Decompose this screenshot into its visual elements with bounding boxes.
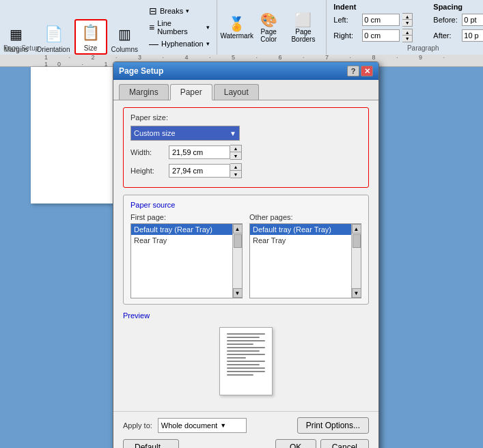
preview-line-3 xyxy=(227,340,265,341)
ribbon: ▦ Margins 📄 Orientation 📋 Size ▥ Columns… xyxy=(0,0,483,55)
preview-line-8 xyxy=(227,357,246,359)
page-borders-icon: ⬜ xyxy=(294,12,312,28)
tab-paper[interactable]: Paper xyxy=(170,84,212,100)
size-button[interactable]: 📋 Size xyxy=(74,19,107,55)
page-borders-label: Page Borders xyxy=(289,28,318,43)
scroll-up-first[interactable]: ▲ xyxy=(233,224,243,234)
columns-label: Columns xyxy=(111,46,138,53)
scroll-thumb-other[interactable] xyxy=(353,234,361,248)
hyphenation-button[interactable]: — Hyphenation ▾ xyxy=(148,38,211,50)
watermark-icon: 🏅 xyxy=(228,16,245,32)
scroll-down-first[interactable]: ▼ xyxy=(233,288,243,298)
spacing-section: Spacing Before: 0 pt ▲ ▼ After: 10 p xyxy=(433,3,483,44)
page-setup-dialog: Page Setup ? ✕ Margins Paper Layout Pape… xyxy=(113,61,379,448)
indent-label: Indent xyxy=(333,3,413,11)
line-numbers-icon: ≡ xyxy=(149,22,154,33)
ok-button[interactable]: OK xyxy=(275,439,316,448)
preview-line-1 xyxy=(227,333,265,335)
listbox-item-rear-tray-first[interactable]: Rear Tray xyxy=(131,235,242,246)
indent-left-label: Left: xyxy=(333,16,359,24)
apply-to-value: Whole document xyxy=(161,421,218,430)
width-input[interactable]: 21,59 cm xyxy=(169,145,230,159)
dialog-titlebar: Page Setup ? ✕ xyxy=(113,62,378,80)
background-document xyxy=(31,67,113,204)
apply-to-select[interactable]: Whole document ▼ xyxy=(158,418,247,433)
paper-size-value: Custom size xyxy=(134,129,176,137)
preview-line-5 xyxy=(227,347,265,348)
indent-spacing-panel: Indent Left: 0 cm ▲ ▼ Right: 0 cm xyxy=(327,0,483,55)
spacing-before-input[interactable]: 0 pt xyxy=(462,14,483,26)
width-spin-btns: ▲ ▼ xyxy=(230,145,242,160)
watermark-label: Watermark xyxy=(220,32,253,40)
indent-right-input[interactable]: 0 cm xyxy=(362,29,400,42)
height-down[interactable]: ▼ xyxy=(230,171,241,178)
breaks-label: Breaks xyxy=(160,7,183,15)
preview-section: Preview xyxy=(123,311,369,399)
width-down[interactable]: ▼ xyxy=(230,152,241,159)
height-value: 27,94 cm xyxy=(172,167,203,175)
bottom-buttons-row: Default... OK Cancel xyxy=(123,439,369,448)
indent-left-input[interactable]: 0 cm xyxy=(362,14,400,26)
preview-line-11 xyxy=(227,367,265,369)
help-button[interactable]: ? xyxy=(347,66,359,76)
indent-section: Indent Left: 0 cm ▲ ▼ Right: 0 cm xyxy=(333,3,413,44)
paper-source-section: Paper source First page: Default tray (R… xyxy=(123,195,369,305)
listbox-item-default-tray-first[interactable]: Default tray (Rear Tray) xyxy=(131,224,242,235)
first-page-scrollbar[interactable]: ▲ ▼ xyxy=(232,224,242,298)
paper-size-select[interactable]: Custom size ▼ xyxy=(130,126,240,141)
footer-row: Apply to: Whole document ▼ Print Options… xyxy=(123,417,369,434)
default-button[interactable]: Default... xyxy=(123,439,179,448)
scroll-up-other[interactable]: ▲ xyxy=(352,224,361,234)
first-page-label: First page: xyxy=(130,213,243,221)
page-setup-group: ▦ Margins 📄 Orientation 📋 Size ▥ Columns… xyxy=(0,0,142,55)
spacing-before-label: Before: xyxy=(433,16,459,24)
scroll-down-other[interactable]: ▼ xyxy=(352,288,361,298)
page-color-button[interactable]: 🎨 Page Color xyxy=(254,10,284,44)
other-pages-col: Other pages: Default tray (Rear Tray) Re… xyxy=(249,213,361,298)
page-borders-button[interactable]: ⬜ Page Borders xyxy=(286,10,321,44)
close-button[interactable]: ✕ xyxy=(361,66,373,76)
indent-left-up[interactable]: ▲ xyxy=(402,14,412,20)
paragraph-group-label: Paragraph xyxy=(333,44,483,52)
paper-size-section: Paper size: Custom size ▼ Width: 21,59 c… xyxy=(123,107,369,188)
spacing-label: Spacing xyxy=(433,3,483,11)
indent-right-up[interactable]: ▲ xyxy=(402,29,412,36)
hyphenation-icon: — xyxy=(149,38,158,49)
tab-margins[interactable]: Margins xyxy=(119,84,169,100)
preview-line-12 xyxy=(227,371,265,372)
dialog-footer: Apply to: Whole document ▼ Print Options… xyxy=(113,411,378,448)
dialog-controls: ? ✕ xyxy=(347,66,373,76)
other-pages-listbox[interactable]: Default tray (Rear Tray) Rear Tray ▲ ▼ xyxy=(249,223,361,298)
print-options-button[interactable]: Print Options... xyxy=(297,417,369,434)
spacing-after-label: After: xyxy=(433,31,459,40)
cancel-button[interactable]: Cancel xyxy=(320,439,369,448)
dialog-tabs: Margins Paper Layout xyxy=(113,80,378,100)
height-up[interactable]: ▲ xyxy=(230,164,241,171)
watermark-button[interactable]: 🏅 Watermark xyxy=(223,14,251,41)
breaks-button[interactable]: ⊟ Breaks ▾ xyxy=(148,5,211,17)
page-color-label: Page Color xyxy=(257,28,281,43)
other-pages-scrollbar[interactable]: ▲ ▼ xyxy=(351,224,361,298)
first-page-listbox[interactable]: Default tray (Rear Tray) Rear Tray ▲ ▼ xyxy=(130,223,243,298)
width-up[interactable]: ▲ xyxy=(230,145,241,152)
columns-icon: ▥ xyxy=(113,23,135,45)
indent-left-down[interactable]: ▼ xyxy=(402,20,412,26)
hyphenation-label: Hyphenation xyxy=(161,40,204,48)
indent-right-down[interactable]: ▼ xyxy=(402,36,412,42)
height-input[interactable]: 27,94 cm xyxy=(169,164,230,178)
preview-line-7 xyxy=(227,354,265,355)
paper-source-label: Paper source xyxy=(130,201,361,209)
tab-layout[interactable]: Layout xyxy=(214,84,259,100)
preview-line-13 xyxy=(227,374,253,376)
source-columns: First page: Default tray (Rear Tray) Rea… xyxy=(130,213,361,298)
height-label: Height: xyxy=(130,167,165,175)
hyphenation-arrow: ▾ xyxy=(206,40,210,47)
height-spin-btns: ▲ ▼ xyxy=(230,163,242,178)
spacing-after-input[interactable]: 10 p xyxy=(462,29,483,42)
listbox-item-default-tray-other[interactable]: Default tray (Rear Tray) xyxy=(250,224,361,235)
columns-button[interactable]: ▥ Columns xyxy=(107,22,142,55)
line-numbers-button[interactable]: ≡ Line Numbers ▾ xyxy=(148,18,211,36)
listbox-item-rear-tray-other[interactable]: Rear Tray xyxy=(250,235,361,246)
scroll-thumb-first[interactable] xyxy=(234,234,242,248)
other-pages-label: Other pages: xyxy=(249,213,361,221)
